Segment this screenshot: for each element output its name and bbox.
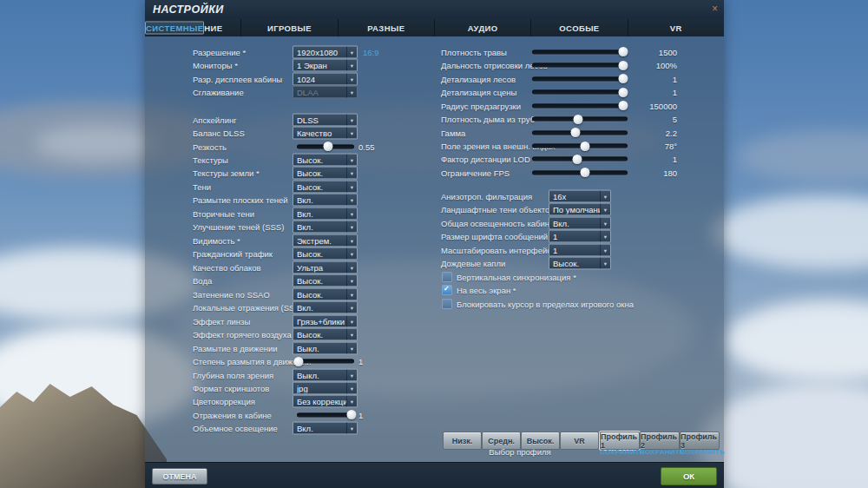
slider-track[interactable] (532, 76, 628, 81)
setting-slider (532, 117, 628, 122)
select-value: 1 (549, 245, 600, 254)
select-value: Экстрем. (293, 235, 346, 245)
setting-select[interactable]: Без коррекции▾ (293, 395, 358, 408)
setting-select[interactable]: Высок.▾ (293, 328, 358, 341)
settings-row: Баланс DLSSКачество▾ (193, 126, 411, 139)
profile-button-2[interactable]: Профиль 3 (680, 432, 720, 450)
setting-select[interactable]: DLAA▾ (293, 86, 358, 99)
setting-select[interactable]: Ультра▾ (293, 260, 358, 274)
slider-knob[interactable] (618, 47, 628, 56)
slider-knob[interactable] (618, 88, 628, 97)
setting-select[interactable]: Вкл.▾ (293, 422, 358, 435)
slider-track[interactable] (532, 144, 628, 148)
chevron-down-icon: ▾ (346, 195, 357, 206)
setting-label: Размытие плоских теней (193, 195, 288, 205)
ok-button[interactable]: ОК (661, 467, 717, 485)
slider-knob[interactable] (618, 61, 628, 70)
chevron-down-icon: ▾ (346, 114, 357, 125)
setting-select[interactable]: Выкл.▾ (293, 368, 358, 381)
cancel-button[interactable]: ОТМЕНА (152, 468, 207, 485)
settings-row: Объемное освещениеВкл.▾ (193, 422, 411, 435)
chevron-down-icon: ▾ (600, 204, 610, 215)
slider-knob[interactable] (618, 74, 628, 83)
select-value: Выкл. (293, 370, 346, 379)
profile-button-0[interactable]: Профиль 1 (600, 432, 640, 450)
setting-label: Плотность дыма из труб (441, 115, 535, 124)
setting-select[interactable]: Вкл.▾ (293, 221, 358, 234)
setting-select[interactable]: Вкл.▾ (549, 216, 611, 229)
setting-select[interactable]: Высок.▾ (293, 180, 358, 193)
setting-label: Разр. дисплеев кабины (193, 74, 282, 83)
setting-select[interactable]: Вкл.▾ (293, 207, 358, 220)
slider-knob[interactable] (323, 142, 332, 151)
setting-select[interactable]: jpg▾ (293, 381, 358, 394)
setting-select[interactable]: Качество▾ (293, 127, 358, 140)
save-profile-link-2[interactable]: СОХРАНИТЬ (680, 448, 718, 456)
slider-track[interactable] (532, 103, 628, 108)
setting-select[interactable]: 1920x1080▾ (293, 45, 358, 58)
setting-select[interactable]: DLSS▾ (293, 113, 358, 126)
setting-select[interactable]: 1▾ (549, 243, 611, 256)
setting-label: Глубина поля зрения (193, 370, 273, 379)
chevron-down-icon: ▾ (600, 258, 610, 269)
tab-5[interactable]: ОСОБЫЕ (531, 19, 628, 36)
slider-knob[interactable] (572, 155, 582, 164)
settings-row: Ограничение FPS180 (441, 166, 677, 179)
slider-track[interactable] (297, 144, 354, 148)
select-value: Высок. (293, 155, 346, 165)
checkbox[interactable] (442, 272, 452, 282)
setting-select[interactable]: Высок.▾ (293, 287, 358, 300)
slider-track[interactable] (532, 130, 628, 135)
save-profile-link-1[interactable]: СОХРАНИТЬ (640, 448, 678, 456)
setting-select[interactable]: Экстрем.▾ (293, 234, 358, 247)
setting-select[interactable]: 1024▾ (293, 72, 358, 85)
setting-select[interactable]: Высок.▾ (293, 154, 358, 167)
setting-select[interactable]: Грязь+блики▾ (293, 314, 358, 327)
setting-select[interactable]: Высок.▾ (293, 274, 358, 287)
slider-knob[interactable] (618, 101, 628, 110)
select-value: 1 (549, 232, 600, 241)
profile-button-1[interactable]: Профиль 2 (640, 432, 680, 450)
setting-select[interactable]: Высок.▾ (293, 247, 358, 260)
setting-select[interactable]: Вкл.▾ (293, 194, 358, 207)
slider-knob[interactable] (573, 115, 582, 124)
setting-label: Улучшение теней (SSS) (193, 222, 284, 232)
slider-value: 1 (673, 74, 677, 83)
tab-0[interactable]: СИСТЕМНЫЕ (145, 22, 204, 35)
setting-select[interactable]: Высок.▾ (549, 257, 611, 270)
slider-knob[interactable] (570, 128, 580, 137)
slider-knob[interactable] (347, 410, 357, 419)
slider-track[interactable] (532, 49, 628, 54)
slider-track[interactable] (532, 63, 628, 68)
setting-label: Фактор дистанции LOD (441, 155, 530, 164)
checkbox[interactable] (442, 299, 452, 309)
setting-select[interactable]: Высок.▾ (293, 167, 358, 180)
close-icon[interactable]: × (712, 3, 718, 15)
slider-knob[interactable] (580, 168, 589, 177)
tab-4[interactable]: АУДИО (435, 19, 531, 36)
setting-select[interactable]: Вкл.▾ (293, 301, 358, 314)
setting-label: Блокировать курсор в пределах игрового о… (457, 299, 634, 308)
select-value: 1920x1080 (293, 47, 346, 56)
slider-track[interactable] (297, 412, 354, 417)
setting-slider (297, 412, 354, 417)
slider-track[interactable] (532, 170, 628, 175)
slider-track[interactable] (532, 90, 628, 95)
tab-2[interactable]: ИГРОВЫЕ (241, 19, 338, 36)
save-profile-link-0[interactable]: СОХРАНИТЬ (600, 448, 638, 456)
setting-select[interactable]: Выкл.▾ (293, 341, 358, 354)
tab-6[interactable]: VR (628, 19, 724, 36)
setting-slider (532, 49, 628, 54)
slider-knob[interactable] (580, 142, 589, 151)
setting-select[interactable]: По умолчанию▾ (549, 203, 611, 216)
setting-select[interactable]: 1▾ (549, 230, 611, 243)
setting-select[interactable]: 1 Экран▾ (293, 59, 358, 72)
checkbox[interactable] (442, 285, 452, 295)
setting-select[interactable]: 16x▾ (549, 189, 611, 202)
slider-track[interactable] (532, 117, 628, 122)
slider-track[interactable] (532, 157, 628, 162)
tab-3[interactable]: РАЗНЫЕ (339, 19, 435, 36)
slider-knob[interactable] (293, 357, 303, 366)
slider-track[interactable] (297, 359, 354, 364)
select-value: По умолчанию (549, 205, 600, 214)
